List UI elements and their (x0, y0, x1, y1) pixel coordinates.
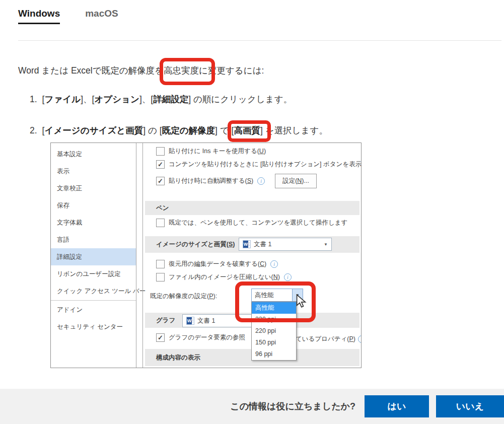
chart-document-combobox[interactable]: W 文書 1 (182, 314, 258, 327)
no-button[interactable]: いいえ (436, 395, 504, 417)
row-show-paste-options: ✓ コンテンツを貼り付けるときに [貼り付けオプション] ボタンを表示 (156, 160, 361, 169)
section-header-pen: ペン (145, 201, 359, 215)
intro-pre: Word または Excelで既定の解像度を (18, 65, 164, 76)
row-use-pen-default: 既定では、ペンを使用して、コンテンツを選択して操作します (156, 219, 347, 227)
info-icon[interactable]: i (257, 177, 265, 185)
support-article-page: Windows macOS Word または Excelで既定の解像度を高忠実度… (0, 0, 504, 424)
chevron-down-icon[interactable]: ▼ (292, 289, 303, 301)
row-chart-data-references: ✓ グラフのデータ要素の参照 (156, 333, 245, 342)
step-number: 2. (30, 125, 37, 135)
checkbox-unchecked-icon[interactable] (156, 273, 165, 281)
row-label: 復元用の編集データを破棄する(C) (169, 260, 266, 268)
intro-text: Word または Excelで既定の解像度を高忠実度に変更するには: (18, 64, 264, 77)
chevron-down-icon: ▼ (324, 242, 328, 247)
options-sidebar: 基本設定 表示 文章校正 保存 文字体裁 言語 詳細設定 リボンのユーザー設定 … (51, 143, 136, 368)
sidebar-item-customize-ribbon[interactable]: リボンのユーザー設定 (51, 265, 136, 282)
feedback-bar: この情報は役に立ちましたか? はい いいえ (0, 389, 504, 424)
sidebar-item-advanced[interactable]: 詳細設定 (51, 248, 136, 265)
info-icon[interactable]: i (358, 335, 361, 343)
document-combobox[interactable]: W 文書 1 ▼ (239, 238, 332, 251)
feedback-question: この情報は役に立ちましたか? (230, 400, 355, 412)
intro-post: 変更するには: (208, 65, 264, 76)
sidebar-item-proofing[interactable]: 文章校正 (51, 180, 136, 197)
row-label: ているプロパティ(P) (296, 335, 355, 343)
default-resolution-label: 既定の解像度の設定(P): (150, 292, 217, 301)
row-label: コンテンツを貼り付けるときに [貼り付けオプション] ボタンを表示 (169, 160, 361, 169)
word-options-dialog-screenshot: 基本設定 表示 文章校正 保存 文字体裁 言語 詳細設定 リボンのユーザー設定 … (50, 143, 362, 368)
checkbox-checked-icon[interactable]: ✓ (156, 333, 165, 342)
combo-value: 文書 1 (254, 240, 271, 249)
info-icon[interactable]: i (284, 273, 292, 281)
divider (18, 40, 501, 41)
settings-button[interactable]: 設定(N)... (275, 174, 317, 188)
yes-button[interactable]: はい (365, 395, 429, 417)
sidebar-item-quick-access-toolbar[interactable]: クイック アクセス ツール バー (51, 282, 136, 300)
sidebar-item-display[interactable]: 表示 (51, 163, 136, 180)
sidebar-item-typography[interactable]: 文字体裁 (51, 214, 136, 231)
checkbox-unchecked-icon[interactable] (156, 147, 165, 156)
row-label: ファイル内のイメージを圧縮しない(N) (169, 273, 280, 281)
row-label: 既定では、ペンを使用して、コンテンツを選択して操作します (169, 219, 347, 227)
row-discard-editing-data: 復元用の編集データを破棄する(C) i (156, 260, 278, 268)
highlight-box-fidelity: 高忠実度に (164, 65, 208, 76)
row-autofit-on-paste: ✓ 貼り付け時に自動調整する(S) i 設定(N)... (156, 173, 317, 188)
sidebar-item-addins[interactable]: アドイン (51, 301, 136, 318)
checkbox-unchecked-icon[interactable] (156, 260, 165, 268)
step-text: [ファイル]、[オプション]、[詳細設定] の順にクリックします。 (42, 94, 292, 104)
dropdown-option-150ppi[interactable]: 150 ppi (252, 337, 296, 348)
sidebar-item-trust-center[interactable]: セキュリティ センター (51, 318, 136, 335)
dropdown-option-96ppi[interactable]: 96 ppi (252, 348, 296, 360)
row-label: 貼り付け時に自動調整する(S) (169, 177, 253, 185)
sidebar-item-language[interactable]: 言語 (51, 231, 136, 248)
row-label: グラフのデータ要素の参照 (169, 333, 245, 342)
intro-highlighted: 高忠実度に (164, 65, 208, 76)
dropdown-option-220ppi[interactable]: 220 ppi (252, 325, 296, 337)
dropdown-option-high-fidelity[interactable]: 高性能 (252, 302, 296, 314)
step-2: 2.[イメージのサイズと画質] の [既定の解像度] で [高画質] を選択しま… (30, 124, 328, 136)
dropdown-option-330ppi[interactable]: 330 ppi (252, 314, 296, 325)
step-number: 1. (30, 94, 37, 104)
step-1: 1.[ファイル]、[オプション]、[詳細設定] の順にクリックします。 (30, 93, 292, 105)
resolution-value: 高性能 (252, 289, 292, 301)
info-icon[interactable]: i (270, 260, 278, 268)
sidebar-item-save[interactable]: 保存 (51, 197, 136, 214)
tab-windows[interactable]: Windows (18, 8, 60, 24)
checkbox-checked-icon[interactable]: ✓ (156, 177, 165, 185)
row-label: 貼り付けに Ins キーを使用する(U) (169, 147, 266, 156)
row-no-compress-images: ファイル内のイメージを圧縮しない(N) i (156, 273, 292, 281)
tab-macos[interactable]: macOS (85, 8, 118, 24)
resolution-combobox[interactable]: 高性能 ▼ (251, 289, 303, 302)
checkbox-unchecked-icon[interactable] (156, 219, 165, 227)
sidebar-item-general[interactable]: 基本設定 (51, 146, 136, 163)
options-content: 貼り付けに Ins キーを使用する(U) ✓ コンテンツを貼り付けるときに [貼… (142, 143, 361, 368)
step-text: [イメージのサイズと画質] の [既定の解像度] で [高画質] を選択します。 (42, 125, 328, 135)
resolution-dropdown-list: 高性能 330 ppi 220 ppi 150 ppi 96 ppi (251, 302, 297, 361)
word-doc-icon: W (186, 317, 194, 325)
row-use-ins-key: 貼り付けに Ins キーを使用する(U) (156, 147, 266, 156)
row-chart-data-references-right: ているプロパティ(P) i (296, 335, 361, 343)
highlight-box-high-quality: [高画質] (232, 125, 263, 135)
platform-tabs: Windows macOS (18, 8, 118, 24)
sidebar-divider (51, 300, 136, 301)
combo-value: 文書 1 (197, 317, 215, 325)
checkbox-checked-icon[interactable]: ✓ (156, 160, 165, 169)
word-doc-icon: W (243, 240, 251, 248)
